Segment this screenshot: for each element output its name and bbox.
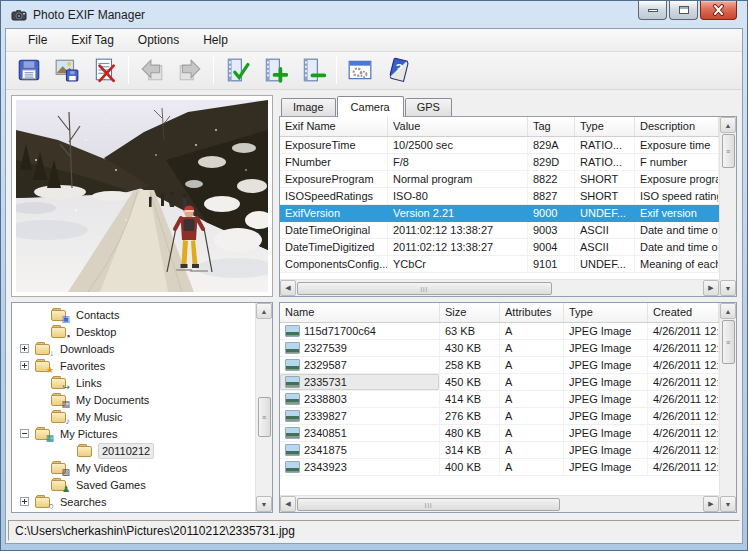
tree-item-downloads[interactable]: ↓Downloads bbox=[12, 340, 255, 357]
file-row[interactable]: 2343923400 KBAJPEG Image4/26/2011 12: bbox=[280, 459, 719, 476]
previous-image-icon bbox=[139, 57, 165, 83]
cell-type: ASCII bbox=[575, 222, 635, 239]
scroll-right-icon[interactable]: ▶ bbox=[703, 496, 719, 512]
title-bar[interactable]: Photo EXIF Manager bbox=[5, 1, 743, 28]
files-horizontal-scrollbar[interactable]: ◀|||▶ bbox=[280, 495, 719, 512]
file-row[interactable]: 115d71700c6463 KBAJPEG Image4/26/2011 12… bbox=[280, 323, 719, 340]
image-file-icon bbox=[285, 325, 300, 337]
help-book-icon: ? bbox=[385, 57, 411, 83]
exif-vertical-scrollbar[interactable]: ▲≡▼ bbox=[719, 117, 736, 296]
tree-item-contacts[interactable]: ▣Contacts bbox=[12, 306, 255, 323]
tree-item-links[interactable]: ↪Links bbox=[12, 374, 255, 391]
maximize-icon bbox=[679, 6, 689, 14]
scrollbar-thumb[interactable]: ≡ bbox=[722, 320, 735, 364]
exif-tag-check-button[interactable] bbox=[218, 52, 256, 88]
tab-gps[interactable]: GPS bbox=[405, 98, 452, 116]
toolbar: ? bbox=[6, 52, 742, 90]
save-file-button[interactable] bbox=[10, 52, 48, 88]
scrollbar-thumb[interactable]: ≡ bbox=[722, 134, 735, 168]
exif-tag-add-button[interactable] bbox=[256, 52, 294, 88]
tree-item-20110212[interactable]: 20110212 bbox=[12, 442, 255, 459]
tree-item-saved-games[interactable]: ♟Saved Games bbox=[12, 476, 255, 493]
col-type[interactable]: Type bbox=[564, 303, 648, 322]
exif-row[interactable]: DateTimeOriginal2011:02:12 13:38:279003A… bbox=[280, 222, 719, 239]
next-image-button[interactable] bbox=[171, 52, 209, 88]
scroll-up-icon[interactable]: ▲ bbox=[256, 303, 272, 319]
exif-horizontal-scrollbar[interactable]: ◀|||▶ bbox=[280, 279, 719, 296]
exif-row[interactable]: FNumberF/8829DRATIO...F number bbox=[280, 154, 719, 171]
image-file-icon bbox=[285, 410, 300, 422]
tree-item-searches[interactable]: ○Searches bbox=[12, 493, 255, 510]
expand-plus-icon[interactable] bbox=[20, 361, 29, 370]
col-value[interactable]: Value bbox=[388, 117, 528, 136]
tree-item-my-documents[interactable]: ▤My Documents bbox=[12, 391, 255, 408]
expand-plus-icon[interactable] bbox=[20, 344, 29, 353]
col-created[interactable]: Created bbox=[648, 303, 719, 322]
tree-vertical-scrollbar[interactable]: ▲≡▼ bbox=[255, 303, 272, 512]
scroll-left-icon[interactable]: ◀ bbox=[280, 280, 296, 296]
scroll-up-icon[interactable]: ▲ bbox=[720, 303, 736, 319]
exif-table-header[interactable]: Exif Name Value Tag Type Description bbox=[280, 117, 719, 137]
file-list-header[interactable]: Name Size Attributes Type Created bbox=[280, 303, 719, 323]
delete-list-button[interactable] bbox=[86, 52, 124, 88]
exif-tag-remove-button[interactable] bbox=[294, 52, 332, 88]
close-button[interactable] bbox=[700, 1, 737, 20]
menu-options[interactable]: Options bbox=[126, 30, 191, 50]
file-row[interactable]: 2338803414 KBAJPEG Image4/26/2011 12: bbox=[280, 391, 719, 408]
cell-desc: Exposure progra bbox=[635, 171, 719, 188]
save-image-button[interactable] bbox=[48, 52, 86, 88]
tree-item-my-pictures[interactable]: ▦My Pictures bbox=[12, 425, 255, 442]
cell-desc: Exif version bbox=[635, 205, 719, 222]
col-attributes[interactable]: Attributes bbox=[500, 303, 564, 322]
exif-row[interactable]: ExposureProgramNormal program8822SHORTEx… bbox=[280, 171, 719, 188]
minimize-button[interactable] bbox=[638, 1, 667, 20]
scroll-down-icon[interactable]: ▼ bbox=[720, 280, 736, 296]
file-row[interactable]: 2339827276 KBAJPEG Image4/26/2011 12: bbox=[280, 408, 719, 425]
tree-item-favorites[interactable]: ★Favorites bbox=[12, 357, 255, 374]
scroll-left-icon[interactable]: ◀ bbox=[280, 496, 296, 512]
col-exif-name[interactable]: Exif Name bbox=[280, 117, 388, 136]
file-row-selected[interactable]: 2335731450 KBAJPEG Image4/26/2011 12: bbox=[280, 374, 719, 391]
tree-item-desktop[interactable]: ▪Desktop bbox=[12, 323, 255, 340]
expand-plus-icon[interactable] bbox=[20, 497, 29, 506]
previous-image-button[interactable] bbox=[133, 52, 171, 88]
menu-exif-tag[interactable]: Exif Tag bbox=[59, 30, 125, 50]
tab-image[interactable]: Image bbox=[281, 98, 336, 116]
scroll-down-icon[interactable]: ▼ bbox=[256, 496, 272, 512]
file-row[interactable]: 2327539430 KBAJPEG Image4/26/2011 12: bbox=[280, 340, 719, 357]
expand-minus-icon[interactable] bbox=[20, 429, 29, 438]
scrollbar-thumb[interactable]: ≡ bbox=[258, 397, 271, 437]
file-row[interactable]: 2329587258 KBAJPEG Image4/26/2011 12: bbox=[280, 357, 719, 374]
exif-row[interactable]: DateTimeDigitized2011:02:12 13:38:279004… bbox=[280, 239, 719, 256]
menu-file[interactable]: File bbox=[16, 30, 59, 50]
help-button[interactable]: ? bbox=[379, 52, 417, 88]
cell-value: Normal program bbox=[388, 171, 528, 188]
file-row[interactable]: 2340851480 KBAJPEG Image4/26/2011 12: bbox=[280, 425, 719, 442]
maximize-button[interactable] bbox=[669, 1, 698, 20]
col-description[interactable]: Description bbox=[635, 117, 719, 136]
exif-row-selected[interactable]: ExifVersionVersion 2.219000UNDEF...Exif … bbox=[280, 205, 719, 222]
cell-tag: 9000 bbox=[528, 205, 575, 222]
exif-row[interactable]: ExposureTime10/2500 sec829ARATIO...Expos… bbox=[280, 137, 719, 154]
col-type[interactable]: Type bbox=[575, 117, 635, 136]
folder-tree-panel: ▣Contacts ▪Desktop ↓Downloads ★Favorites… bbox=[11, 302, 273, 513]
scroll-down-icon[interactable]: ▼ bbox=[720, 496, 736, 512]
scrollbar-thumb[interactable]: ||| bbox=[297, 282, 552, 295]
tab-camera[interactable]: Camera bbox=[337, 96, 404, 117]
tree-item-my-music[interactable]: ♪My Music bbox=[12, 408, 255, 425]
menu-help[interactable]: Help bbox=[191, 30, 240, 50]
exif-row[interactable]: ISOSpeedRatingsISO-808827SHORTISO speed … bbox=[280, 188, 719, 205]
scrollbar-thumb[interactable]: ||| bbox=[297, 498, 560, 511]
scroll-right-icon[interactable]: ▶ bbox=[703, 280, 719, 296]
tree-item-my-videos[interactable]: ▧My Videos bbox=[12, 459, 255, 476]
col-name[interactable]: Name bbox=[280, 303, 440, 322]
files-vertical-scrollbar[interactable]: ▲≡▼ bbox=[719, 303, 736, 512]
exif-row[interactable]: ComponentsConfig...YCbCr9101UNDEF...Mean… bbox=[280, 256, 719, 273]
options-button[interactable] bbox=[341, 52, 379, 88]
col-tag[interactable]: Tag bbox=[528, 117, 575, 136]
scroll-up-icon[interactable]: ▲ bbox=[720, 117, 736, 133]
file-row[interactable]: 2341875314 KBAJPEG Image4/26/2011 12: bbox=[280, 442, 719, 459]
cell-type: ASCII bbox=[575, 239, 635, 256]
col-size[interactable]: Size bbox=[440, 303, 500, 322]
exif-panel: Image Camera GPS Exif Name Value Tag bbox=[279, 95, 737, 297]
